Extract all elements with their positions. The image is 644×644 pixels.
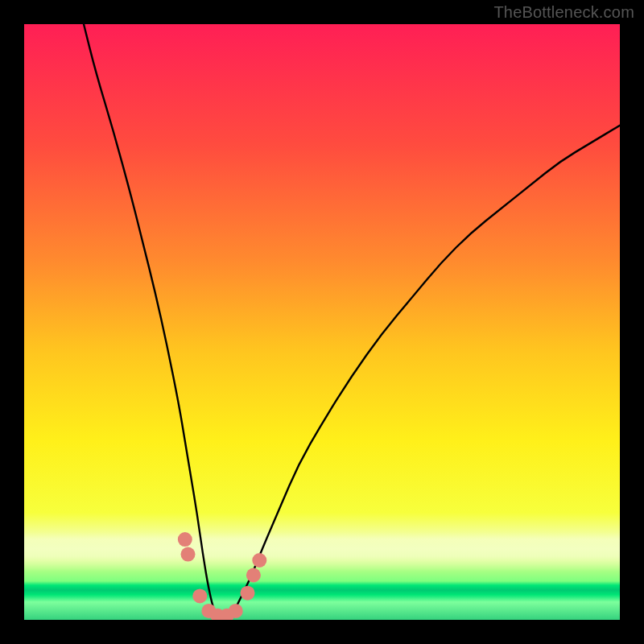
marker-dot: [246, 568, 261, 583]
marker-dot: [181, 547, 196, 562]
marker-dot: [252, 553, 266, 568]
chart-canvas: [24, 24, 620, 620]
chart-frame: TheBottleneck.com: [0, 0, 644, 644]
watermark: TheBottleneck.com: [493, 3, 634, 22]
marker-dot: [241, 586, 255, 601]
plot-area: [24, 24, 620, 620]
marker-dot: [192, 588, 207, 603]
marker-dot: [178, 532, 192, 547]
marker-dot: [229, 604, 243, 618]
v-curve-line: [84, 24, 620, 620]
salmon-dots-group: [178, 532, 266, 620]
